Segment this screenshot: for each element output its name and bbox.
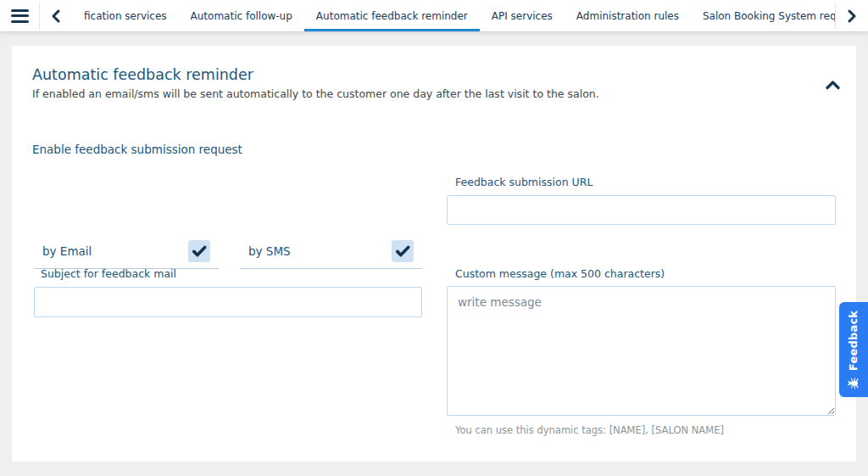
check-icon <box>394 243 411 260</box>
page-subtitle: If enabled an email/sms will be sent aut… <box>32 87 599 100</box>
menu-icon[interactable] <box>0 0 39 31</box>
tab-notification-services[interactable]: fication services <box>72 0 179 31</box>
tab-administration-rules[interactable]: Administration rules <box>565 0 691 31</box>
dynamic-tags-helper: You can use this dynamic tags: [NAME], [… <box>455 424 724 436</box>
custom-message-label: Custom message (max 500 characters) <box>455 267 665 280</box>
tab-list: fication services Automatic follow-up Au… <box>72 0 835 31</box>
settings-panel: Automatic feedback reminder If enabled a… <box>12 46 856 462</box>
custom-message-textarea[interactable] <box>447 286 836 416</box>
page-title: Automatic feedback reminder <box>32 66 253 83</box>
tab-salon-booking-required-pages[interactable]: Salon Booking System required pages <box>691 0 835 31</box>
tabs-scroll-right-button[interactable] <box>836 0 868 31</box>
tab-automatic-follow-up[interactable]: Automatic follow-up <box>179 0 304 31</box>
section-label: Enable feedback submission request <box>32 143 242 156</box>
tab-bar: fication services Automatic follow-up Au… <box>0 0 868 31</box>
check-icon <box>191 243 208 260</box>
checkbox-label: by Email <box>42 244 92 258</box>
chevron-up-icon <box>826 80 840 90</box>
checkbox-label: by SMS <box>248 244 291 258</box>
feedback-url-input[interactable] <box>447 195 836 225</box>
tabs-scroll-left-button[interactable] <box>40 0 72 31</box>
collapse-panel-button[interactable] <box>821 74 843 96</box>
tab-automatic-feedback-reminder[interactable]: Automatic feedback reminder <box>304 0 480 31</box>
subject-input[interactable] <box>34 287 422 317</box>
checkbox-row-by-email[interactable]: by Email <box>34 234 219 269</box>
feedback-widget-button[interactable]: Feedback <box>839 302 868 397</box>
tab-api-services[interactable]: API services <box>480 0 565 31</box>
chevron-right-icon <box>846 9 858 23</box>
checkbox-row-by-sms[interactable]: by SMS <box>240 234 422 269</box>
email-checkbox[interactable] <box>188 240 210 262</box>
bug-icon <box>848 377 860 389</box>
subject-label: Subject for feedback mail <box>41 267 176 280</box>
feedback-widget-label: Feedback <box>848 310 860 370</box>
chevron-left-icon <box>50 9 62 23</box>
sms-checkbox[interactable] <box>392 240 414 262</box>
feedback-url-label: Feedback submission URL <box>455 176 593 188</box>
